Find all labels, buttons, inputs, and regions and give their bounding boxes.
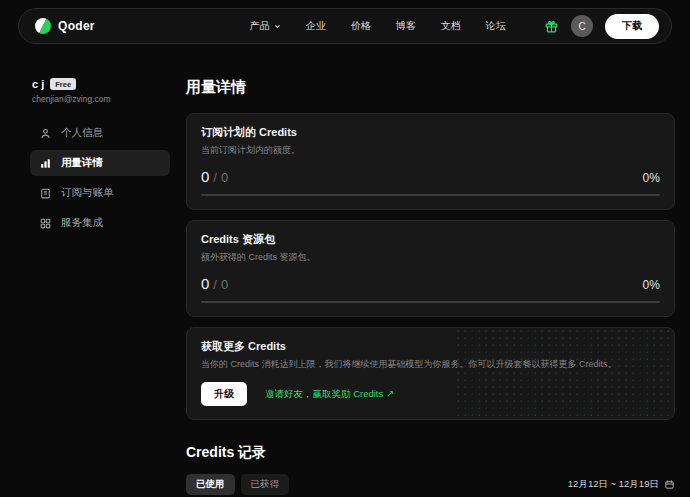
usage-row: 0 / 0 0%: [201, 275, 660, 292]
user-email: chenjian@zving.com: [32, 94, 170, 104]
nav-item-label: 博客: [396, 19, 416, 33]
sidebar-item-integrations[interactable]: 服务集成: [30, 210, 170, 236]
invite-friends-link[interactable]: 邀请好友，赢取奖励 Credits ↗: [265, 388, 394, 401]
grid-icon: [39, 217, 52, 230]
brand[interactable]: Qoder: [35, 18, 95, 34]
nav-item-forum[interactable]: 论坛: [486, 19, 506, 33]
sidebar: c j Free chenjian@zving.com 个人信息 用量详情 订阅…: [0, 44, 170, 497]
promo-actions: 升级 邀请好友，赢取奖励 Credits ↗: [201, 382, 660, 406]
tab-earned[interactable]: 已获得: [241, 474, 290, 495]
tab-used[interactable]: 已使用: [186, 474, 235, 495]
usage-row: 0 / 0 0%: [201, 168, 660, 185]
main-nav: 产品 企业 价格 博客 文档 论坛: [250, 19, 506, 33]
usage-total: 0: [221, 170, 228, 185]
card-title: 订阅计划的 Credits: [201, 125, 660, 140]
nav-item-enterprise[interactable]: 企业: [306, 19, 326, 33]
avatar[interactable]: C: [571, 15, 593, 37]
nav-item-pricing[interactable]: 价格: [351, 19, 371, 33]
usage-used: 0: [201, 275, 209, 292]
nav-item-label: 文档: [441, 19, 461, 33]
user-icon: [39, 127, 52, 140]
nav-item-docs[interactable]: 文档: [441, 19, 461, 33]
qoder-logo-icon: [35, 18, 51, 34]
sidebar-item-label: 订阅与账单: [61, 186, 114, 200]
records-title: Credits 记录: [186, 444, 675, 462]
sidebar-item-usage[interactable]: 用量详情: [30, 150, 170, 176]
calendar-icon: [664, 479, 675, 490]
brand-name: Qoder: [58, 19, 95, 33]
usage-total: 0: [221, 277, 228, 292]
sidebar-nav: 个人信息 用量详情 订阅与账单 服务集成: [30, 120, 170, 236]
sidebar-item-profile[interactable]: 个人信息: [30, 120, 170, 146]
resource-pack-card: Credits 资源包 额外获得的 Credits 资源包。 0 / 0 0%: [186, 220, 675, 317]
sidebar-item-billing[interactable]: 订阅与账单: [30, 180, 170, 206]
user-name: c j: [32, 78, 44, 90]
subscription-credits-card: 订阅计划的 Credits 当前订阅计划内的额度。 0 / 0 0%: [186, 113, 675, 210]
sidebar-item-label: 服务集成: [61, 216, 103, 230]
nav-item-label: 论坛: [486, 19, 506, 33]
card-subtitle: 额外获得的 Credits 资源包。: [201, 251, 660, 264]
card-subtitle: 当前订阅计划内的额度。: [201, 144, 660, 157]
external-arrow-icon: ↗: [386, 388, 394, 399]
bar-chart-icon: [39, 157, 52, 170]
progress-bar: [201, 301, 660, 303]
invite-link-label: 邀请好友，赢取奖励 Credits: [265, 388, 383, 399]
sidebar-item-label: 用量详情: [61, 156, 103, 170]
usage-used: 0: [201, 168, 209, 185]
date-range-label: 12月12日 ~ 12月19日: [568, 478, 659, 491]
header-right: C 下载: [544, 14, 659, 39]
main-content: 用量详情 订阅计划的 Credits 当前订阅计划内的额度。 0 / 0 0% …: [170, 44, 690, 497]
nav-item-blog[interactable]: 博客: [396, 19, 416, 33]
date-range-picker[interactable]: 12月12日 ~ 12月19日: [568, 478, 675, 491]
receipt-icon: [39, 187, 52, 200]
upgrade-button[interactable]: 升级: [201, 382, 247, 406]
progress-bar: [201, 194, 660, 196]
usage-separator: /: [213, 277, 217, 292]
card-title: Credits 资源包: [201, 232, 660, 247]
chevron-down-icon: [274, 23, 281, 30]
nav-item-products[interactable]: 产品: [250, 19, 281, 33]
avatar-initial: C: [578, 21, 585, 32]
download-button[interactable]: 下载: [605, 14, 659, 39]
get-more-credits-card: 获取更多 Credits 当你的 Credits 消耗达到上限，我们将继续使用基…: [186, 327, 675, 420]
plan-badge: Free: [50, 78, 76, 90]
nav-item-label: 企业: [306, 19, 326, 33]
sidebar-item-label: 个人信息: [61, 126, 103, 140]
usage-percent: 0%: [643, 278, 660, 292]
top-navbar: Qoder 产品 企业 价格 博客 文档 论坛 C 下载: [18, 8, 672, 44]
nav-item-label: 价格: [351, 19, 371, 33]
page-title: 用量详情: [186, 78, 675, 97]
user-block: c j Free: [30, 78, 170, 90]
usage-separator: /: [213, 170, 217, 185]
gift-icon[interactable]: [544, 19, 559, 34]
usage-percent: 0%: [643, 171, 660, 185]
nav-item-label: 产品: [250, 19, 270, 33]
records-toolbar: 已使用 已获得 12月12日 ~ 12月19日: [186, 474, 675, 495]
